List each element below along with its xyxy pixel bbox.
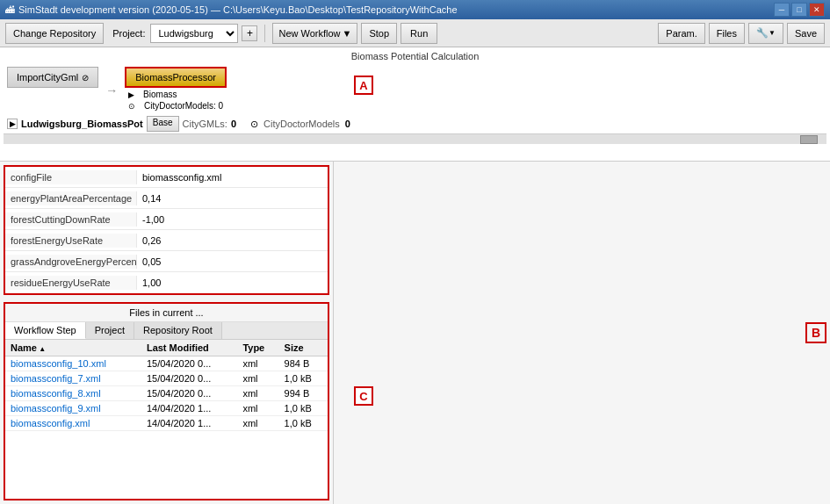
col-type[interactable]: Type xyxy=(237,340,278,356)
file-name: biomassconfig_10.xml xyxy=(5,356,141,371)
params-form: configFile energyPlantAreaPercentage for… xyxy=(4,165,329,295)
new-workflow-label: New Workflow xyxy=(278,28,340,39)
file-name: biomassconfig.xml xyxy=(5,416,141,431)
table-row[interactable]: biomassconfig_8.xml 15/04/2020 0... xml … xyxy=(5,386,328,401)
param-row-5: residueEnergyUseRate xyxy=(5,272,328,293)
table-row[interactable]: biomassconfig_7.xml 15/04/2020 0... xml … xyxy=(5,371,328,386)
workflow-nodes: ImportCityGml ⊘ → BiomassProcessor ▶ Bio… xyxy=(4,65,826,112)
workflow-area: Biomass Potential Calculation ImportCity… xyxy=(0,47,830,162)
param-value-3[interactable] xyxy=(137,234,328,248)
param-value-4[interactable] xyxy=(137,255,328,269)
new-workflow-dropdown-icon: ▼ xyxy=(343,28,352,39)
file-type: xml xyxy=(237,416,278,431)
tab-project[interactable]: Project xyxy=(86,322,134,339)
files-table-container: Name Last Modified Type Size biomassconf… xyxy=(5,340,328,499)
param-value-5[interactable] xyxy=(137,276,328,290)
citygmls-count: 0 xyxy=(231,119,236,129)
tab-workflow-step[interactable]: Workflow Step xyxy=(5,322,86,339)
table-row[interactable]: biomassconfig.xml 14/04/2020 1... xml 1,… xyxy=(5,416,328,431)
section-label-b: B xyxy=(805,322,826,343)
file-type: xml xyxy=(237,401,278,416)
left-panel: configFile energyPlantAreaPercentage for… xyxy=(0,162,334,504)
file-size: 1,0 kB xyxy=(279,416,328,431)
wrench-dropdown-icon: ▼ xyxy=(769,29,776,37)
file-modified: 15/04/2020 0... xyxy=(141,371,237,386)
workflow-tree: ▶ Ludwigsburg_BiomassPot Base CityGMLs: … xyxy=(4,114,826,133)
title-text: SimStadt development version (2020-05-15… xyxy=(18,4,458,15)
file-size: 1,0 kB xyxy=(279,401,328,416)
file-size: 984 B xyxy=(279,356,328,371)
project-select[interactable]: Ludwigsburg xyxy=(150,24,238,43)
col-name[interactable]: Name xyxy=(5,340,141,356)
tree-row-1: ▶ Ludwigsburg_BiomassPot Base CityGMLs: … xyxy=(7,116,823,132)
run-button[interactable]: Run xyxy=(401,23,437,44)
file-size: 994 B xyxy=(279,386,328,401)
change-repo-button[interactable]: Change Repository xyxy=(5,23,104,44)
file-modified: 15/04/2020 0... xyxy=(141,356,237,371)
import-node[interactable]: ImportCityGml ⊘ xyxy=(7,67,98,88)
stop-button[interactable]: Stop xyxy=(361,23,397,44)
file-type: xml xyxy=(237,371,278,386)
file-name: biomassconfig_9.xml xyxy=(5,401,141,416)
project-label: Project: xyxy=(112,28,145,39)
title-bar: 🏙 SimStadt development version (2020-05-… xyxy=(0,0,830,19)
param-value-2[interactable] xyxy=(137,212,328,227)
add-project-button[interactable]: + xyxy=(242,25,257,41)
main-content: Biomass Potential Calculation ImportCity… xyxy=(0,47,830,504)
toolbar: Change Repository Project: Ludwigsburg +… xyxy=(0,19,830,47)
file-name: biomassconfig_8.xml xyxy=(5,386,141,401)
param-value-0[interactable] xyxy=(137,170,328,184)
files-button[interactable]: Files xyxy=(709,23,745,44)
minimize-button[interactable]: ─ xyxy=(774,3,790,17)
file-type: xml xyxy=(237,356,278,371)
col-size[interactable]: Size xyxy=(279,340,328,356)
maximize-button[interactable]: □ xyxy=(791,3,807,17)
col-modified[interactable]: Last Modified xyxy=(141,340,237,356)
spacer: ⊙ xyxy=(250,119,258,130)
param-row-1: energyPlantAreaPercentage xyxy=(5,188,328,209)
workflow-title: Biomass Potential Calculation xyxy=(4,51,826,61)
biomass-processor-node[interactable]: BiomassProcessor xyxy=(125,67,227,88)
biomass-node-container: BiomassProcessor ▶ Biomass ⊙ CityDoctorM… xyxy=(125,67,227,111)
file-modified: 14/04/2020 1... xyxy=(141,416,237,431)
file-size: 1,0 kB xyxy=(279,371,328,386)
files-tabs: Workflow Step Project Repository Root xyxy=(5,322,328,340)
param-name-3: forestEnergyUseRate xyxy=(5,234,137,248)
new-workflow-button[interactable]: New Workflow ▼ xyxy=(272,23,357,44)
wrench-icon: 🔧 xyxy=(756,27,769,39)
project-tree-name: Ludwigsburg_BiomassPot xyxy=(21,119,143,129)
file-name: biomassconfig_7.xml xyxy=(5,371,141,386)
toolbar-separator xyxy=(264,25,265,42)
wrench-button[interactable]: 🔧 ▼ xyxy=(748,23,783,44)
param-button[interactable]: Param. xyxy=(658,23,704,44)
biomass-output-1: Biomass xyxy=(143,90,177,99)
import-node-icon: ⊘ xyxy=(82,73,89,83)
files-table: Name Last Modified Type Size biomassconf… xyxy=(5,340,328,431)
citygmls-label: CityGMLs: xyxy=(183,119,227,129)
workflow-scrollbar[interactable] xyxy=(4,133,826,144)
base-button[interactable]: Base xyxy=(147,116,179,132)
files-table-header: Name Last Modified Type Size xyxy=(5,340,328,356)
files-panel-header: Files in current ... xyxy=(5,304,328,322)
scroll-thumb[interactable] xyxy=(800,135,818,144)
param-row-4: grassAndgroveEnergyPercentage xyxy=(5,251,328,272)
tree-expand-button[interactable]: ▶ xyxy=(7,119,18,129)
tab-repository-root[interactable]: Repository Root xyxy=(134,322,222,339)
files-table-body: biomassconfig_10.xml 15/04/2020 0... xml… xyxy=(5,356,328,431)
param-row-0: configFile xyxy=(5,167,328,188)
param-name-0: configFile xyxy=(5,170,137,184)
lower-section: configFile energyPlantAreaPercentage for… xyxy=(0,162,830,504)
table-row[interactable]: biomassconfig_10.xml 15/04/2020 0... xml… xyxy=(5,356,328,371)
param-name-4: grassAndgroveEnergyPercentage xyxy=(5,255,137,269)
save-button[interactable]: Save xyxy=(787,23,825,44)
biomass-output-2: CityDoctorModels: 0 xyxy=(144,101,223,111)
file-type: xml xyxy=(237,386,278,401)
table-row[interactable]: biomassconfig_9.xml 14/04/2020 1... xml … xyxy=(5,401,328,416)
file-modified: 14/04/2020 1... xyxy=(141,401,237,416)
close-button[interactable]: ✕ xyxy=(809,3,825,17)
param-value-1[interactable] xyxy=(137,191,328,205)
file-modified: 15/04/2020 0... xyxy=(141,386,237,401)
import-node-label: ImportCityGml xyxy=(17,72,78,83)
param-name-2: forestCuttingDownRate xyxy=(5,212,137,227)
window-controls: ─ □ ✕ xyxy=(774,3,825,17)
